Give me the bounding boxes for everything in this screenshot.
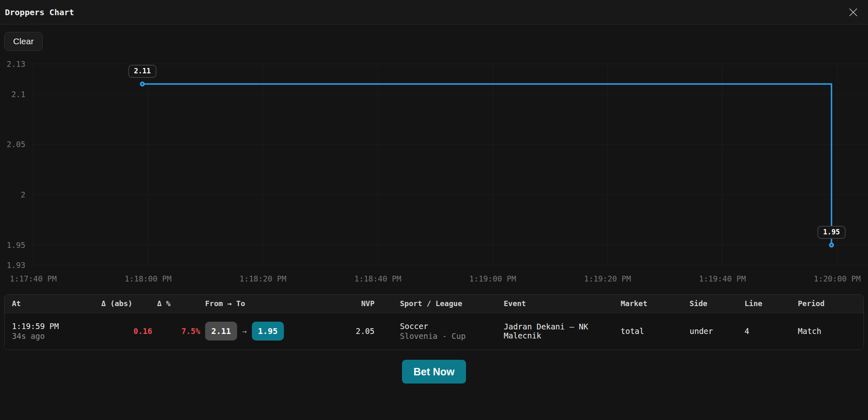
table-header-row: At Δ (abs) Δ % From → To NVP Sport / Lea… — [5, 295, 864, 313]
col-header-from-to: From → To — [205, 295, 322, 313]
col-header-line: Line — [745, 295, 798, 313]
col-header-period: Period — [798, 295, 864, 313]
sport-name: Soccer — [400, 322, 504, 331]
nvp-value: 2.05 — [322, 313, 400, 350]
table-row[interactable]: 1:19:59 PM 34s ago 0.16 7.5% 2.11 → 1.95… — [5, 313, 864, 350]
delta-pct-value: 7.5% — [181, 327, 200, 336]
side-value: under — [690, 313, 745, 350]
close-icon — [848, 7, 858, 17]
x-axis-label: 1:19:20 PM — [584, 274, 631, 283]
drop-time: 1:19:59 PM — [12, 322, 101, 331]
y-axis-label: 1.95 — [0, 241, 25, 250]
bet-now-button[interactable]: Bet Now — [402, 360, 466, 384]
x-axis-label: 1:18:20 PM — [240, 274, 286, 283]
col-header-sport: Sport / League — [400, 295, 504, 313]
y-axis-label: 2.13 — [0, 59, 25, 68]
y-axis-label: 2.05 — [0, 140, 25, 149]
x-axis-label: 1:17:40 PM — [10, 274, 57, 283]
market-value: total — [621, 313, 690, 350]
y-axis-label: 2.1 — [0, 90, 25, 99]
col-header-event: Event — [504, 295, 621, 313]
chart-toolbar: Clear — [4, 32, 868, 51]
period-value: Match — [798, 313, 864, 350]
event-name: Jadran Dekani — NK Malecnik — [504, 313, 621, 350]
title-bar: Droppers Chart — [0, 0, 868, 25]
chart-canvas — [0, 55, 868, 287]
col-header-market: Market — [621, 295, 690, 313]
x-axis-label: 1:19:00 PM — [469, 274, 516, 283]
league-name: Slovenia - Cup — [400, 331, 504, 341]
drop-time-ago: 34s ago — [12, 331, 101, 341]
bet-now-row: Bet Now — [0, 360, 868, 384]
x-axis-label: 1:18:40 PM — [354, 274, 401, 283]
cell-sport-league: Soccer Slovenia - Cup — [400, 313, 504, 350]
from-odds-badge: 2.11 — [205, 322, 237, 341]
cell-from-to: 2.11 → 1.95 — [205, 313, 322, 350]
chart-point-center — [142, 83, 143, 85]
col-header-side: Side — [690, 295, 745, 313]
page-title: Droppers Chart — [5, 7, 74, 17]
col-header-delta-abs: Δ (abs) — [101, 295, 157, 313]
odds-step-line — [142, 84, 831, 245]
droppers-table-container: At Δ (abs) Δ % From → To NVP Sport / Lea… — [4, 294, 864, 350]
x-axis-label: 1:18:00 PM — [125, 274, 171, 283]
odds-drop-chart: 2.111.952.132.12.0521.951.931:17:40 PM1:… — [0, 55, 868, 287]
point-value-tooltip: 1.95 — [818, 226, 846, 239]
x-axis-label: 1:20:00 PM — [814, 274, 861, 283]
to-odds-badge: 1.95 — [252, 322, 284, 341]
col-header-at: At — [5, 295, 101, 313]
col-header-delta-pct: Δ % — [157, 295, 205, 313]
line-value: 4 — [745, 313, 798, 350]
close-button[interactable] — [847, 6, 860, 19]
clear-button[interactable]: Clear — [4, 32, 43, 51]
droppers-table: At Δ (abs) Δ % From → To NVP Sport / Lea… — [5, 295, 864, 350]
y-axis-label: 1.93 — [0, 261, 25, 270]
point-value-tooltip: 2.11 — [128, 65, 157, 78]
chart-point-center — [831, 244, 832, 246]
x-axis-label: 1:19:40 PM — [699, 274, 746, 283]
y-axis-label: 2 — [0, 190, 25, 199]
arrow-right-icon: → — [242, 327, 247, 336]
cell-at: 1:19:59 PM 34s ago — [5, 313, 101, 350]
delta-abs-value: 0.16 — [133, 327, 152, 336]
col-header-nvp: NVP — [322, 295, 400, 313]
